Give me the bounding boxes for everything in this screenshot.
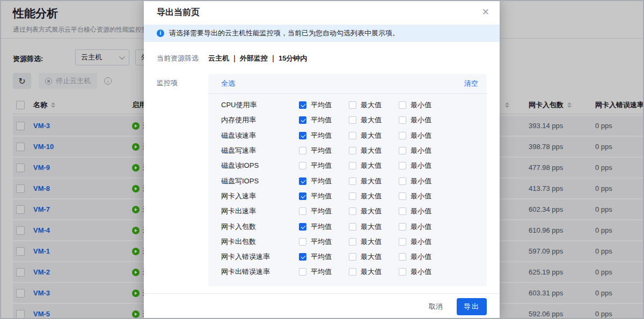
max-label: 最大值: [361, 237, 382, 247]
metric-row: CPU使用率 平均值 最大值 最小值: [208, 98, 487, 113]
avg-checkbox[interactable]: [299, 223, 306, 231]
max-option[interactable]: 最大值: [349, 146, 399, 155]
avg-checkbox[interactable]: [299, 132, 306, 139]
min-option[interactable]: 最小值: [399, 131, 449, 140]
avg-checkbox[interactable]: [299, 147, 306, 154]
min-label: 最小值: [411, 100, 431, 110]
metric-row: 网卡出速率 平均值 最大值 最小值: [208, 204, 487, 219]
max-checkbox[interactable]: [349, 238, 356, 246]
min-option[interactable]: 最小值: [399, 191, 449, 201]
max-label: 最大值: [361, 222, 382, 232]
avg-option[interactable]: 平均值: [299, 100, 349, 110]
avg-checkbox[interactable]: [299, 253, 306, 261]
max-checkbox[interactable]: [349, 207, 356, 215]
min-checkbox[interactable]: [399, 192, 406, 200]
min-checkbox[interactable]: [399, 238, 406, 246]
metric-name: 网卡入错误速率: [221, 252, 299, 262]
metric-row: 网卡入错误速率 平均值 最大值 最小值: [208, 249, 487, 264]
current-filter-value: 云主机 ｜ 外部监控 ｜ 15分钟内: [208, 54, 307, 63]
max-label: 最大值: [361, 146, 382, 155]
max-checkbox[interactable]: [349, 223, 356, 231]
avg-option[interactable]: 平均值: [299, 237, 349, 247]
max-option[interactable]: 最大值: [349, 222, 399, 232]
max-option[interactable]: 最大值: [349, 161, 399, 170]
min-option[interactable]: 最小值: [399, 115, 449, 125]
max-option[interactable]: 最大值: [349, 100, 399, 110]
close-icon[interactable]: ✕: [480, 0, 492, 25]
min-option[interactable]: 最小值: [399, 222, 449, 232]
avg-option[interactable]: 平均值: [299, 146, 349, 155]
avg-checkbox[interactable]: [299, 192, 306, 200]
min-checkbox[interactable]: [399, 147, 406, 154]
info-circle-icon: i: [157, 29, 164, 37]
min-checkbox[interactable]: [399, 223, 406, 231]
min-checkbox[interactable]: [399, 132, 406, 139]
avg-option[interactable]: 平均值: [299, 222, 349, 232]
avg-checkbox[interactable]: [299, 101, 306, 109]
max-label: 最大值: [361, 252, 382, 262]
min-checkbox[interactable]: [399, 268, 406, 276]
max-checkbox[interactable]: [349, 132, 356, 139]
min-option[interactable]: 最小值: [399, 176, 449, 186]
clear-link[interactable]: 清空: [464, 79, 478, 88]
max-label: 最大值: [361, 131, 382, 140]
metric-name: 磁盘写IOPS: [221, 176, 299, 186]
avg-option[interactable]: 平均值: [299, 176, 349, 186]
min-label: 最小值: [411, 115, 431, 125]
max-checkbox[interactable]: [349, 162, 356, 169]
avg-option[interactable]: 平均值: [299, 115, 349, 125]
avg-checkbox[interactable]: [299, 238, 306, 246]
min-label: 最小值: [411, 252, 431, 262]
min-checkbox[interactable]: [399, 116, 406, 124]
avg-label: 平均值: [311, 176, 332, 186]
max-option[interactable]: 最大值: [349, 191, 399, 201]
max-checkbox[interactable]: [349, 116, 356, 124]
avg-checkbox[interactable]: [299, 162, 306, 169]
min-option[interactable]: 最小值: [399, 267, 449, 277]
max-option[interactable]: 最大值: [349, 267, 399, 277]
avg-label: 平均值: [311, 237, 332, 247]
max-checkbox[interactable]: [349, 147, 356, 154]
metric-row: 磁盘写速率 平均值 最大值 最小值: [208, 143, 487, 158]
metric-list: CPU使用率 平均值 最大值 最小值 内存使用率 平均值 最大值 最小值 磁盘读: [208, 94, 487, 286]
cancel-button[interactable]: 取消: [427, 299, 445, 315]
min-checkbox[interactable]: [399, 207, 406, 215]
min-label: 最小值: [411, 176, 431, 186]
avg-option[interactable]: 平均值: [299, 206, 349, 216]
avg-option[interactable]: 平均值: [299, 131, 349, 140]
avg-checkbox[interactable]: [299, 116, 306, 124]
min-option[interactable]: 最小值: [399, 146, 449, 155]
min-option[interactable]: 最小值: [399, 237, 449, 247]
export-button[interactable]: 导出: [457, 298, 487, 315]
app-window: 性能分析 通过列表方式展示云平台核心资源的性能监控指标，支持 资源筛选: 云主机…: [0, 0, 644, 319]
min-checkbox[interactable]: [399, 253, 406, 261]
min-option[interactable]: 最小值: [399, 252, 449, 262]
avg-checkbox[interactable]: [299, 268, 306, 276]
avg-option[interactable]: 平均值: [299, 191, 349, 201]
max-option[interactable]: 最大值: [349, 176, 399, 186]
avg-option[interactable]: 平均值: [299, 252, 349, 262]
avg-checkbox[interactable]: [299, 207, 306, 215]
min-option[interactable]: 最小值: [399, 161, 449, 170]
max-option[interactable]: 最大值: [349, 237, 399, 247]
max-option[interactable]: 最大值: [349, 252, 399, 262]
select-all-link[interactable]: 全选: [221, 79, 235, 88]
max-option[interactable]: 最大值: [349, 131, 399, 140]
min-option[interactable]: 最小值: [399, 206, 449, 216]
min-label: 最小值: [411, 131, 431, 140]
max-checkbox[interactable]: [349, 101, 356, 109]
max-checkbox[interactable]: [349, 268, 356, 276]
max-option[interactable]: 最大值: [349, 206, 399, 216]
max-checkbox[interactable]: [349, 253, 356, 261]
max-checkbox[interactable]: [349, 192, 356, 200]
max-checkbox[interactable]: [349, 177, 356, 185]
avg-checkbox[interactable]: [299, 177, 306, 185]
min-option[interactable]: 最小值: [399, 100, 449, 110]
avg-option[interactable]: 平均值: [299, 161, 349, 170]
min-checkbox[interactable]: [399, 177, 406, 185]
avg-option[interactable]: 平均值: [299, 267, 349, 277]
min-checkbox[interactable]: [399, 101, 406, 109]
min-checkbox[interactable]: [399, 162, 406, 169]
max-option[interactable]: 最大值: [349, 115, 399, 125]
current-filter-label: 当前资源筛选: [157, 54, 208, 63]
